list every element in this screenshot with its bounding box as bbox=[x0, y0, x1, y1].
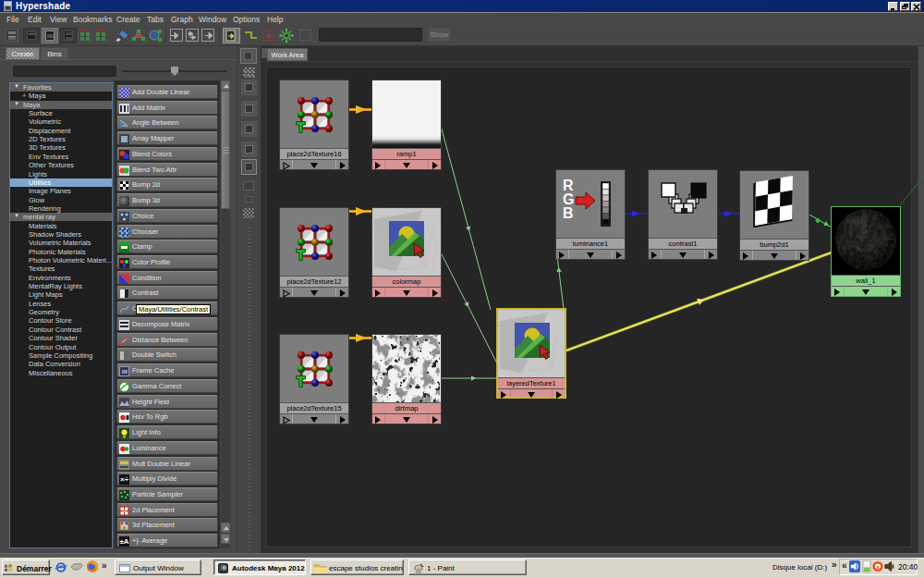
svg-text:B: B bbox=[563, 205, 574, 221]
